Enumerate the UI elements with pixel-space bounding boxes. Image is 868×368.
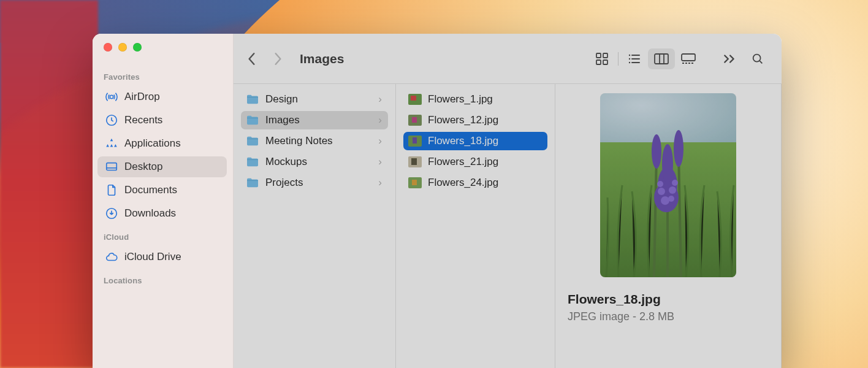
svg-rect-5 — [603, 53, 607, 58]
sidebar-item-recents[interactable]: Recents — [97, 110, 227, 131]
svg-point-35 — [658, 188, 665, 195]
preview-subtitle: JPEG image - 2.8 MB — [568, 310, 674, 323]
folder-label: Mockups — [265, 156, 307, 168]
svg-point-17 — [753, 54, 761, 61]
column-folders: Design › Images › Meeting Notes › — [234, 84, 396, 368]
close-button[interactable] — [104, 43, 112, 52]
toolbar: Images — [234, 34, 782, 84]
file-row[interactable]: Flowers_21.jpg — [403, 153, 547, 171]
documents-icon — [105, 183, 118, 197]
chevron-right-icon: › — [378, 114, 382, 126]
svg-rect-14 — [685, 63, 687, 64]
svg-point-10 — [629, 61, 630, 63]
sidebar-item-label: AirDrop — [124, 91, 160, 103]
main-area: Images — [234, 34, 782, 368]
file-row[interactable]: Flowers_1.jpg — [403, 90, 547, 109]
svg-point-39 — [657, 181, 663, 187]
column-files: Flowers_1.jpg Flowers_12.jpg Flowers_18.… — [396, 84, 555, 368]
chevron-right-icon: › — [378, 177, 382, 189]
cloud-icon — [105, 250, 118, 264]
sidebar-item-desktop[interactable]: Desktop — [97, 156, 227, 177]
folder-icon — [246, 94, 259, 105]
svg-point-9 — [629, 58, 630, 59]
view-gallery-button[interactable] — [675, 48, 702, 69]
window-controls — [93, 43, 233, 65]
svg-point-38 — [668, 196, 674, 202]
minimize-button[interactable] — [118, 43, 127, 52]
sidebar-section-locations: Locations — [93, 269, 233, 289]
toolbar-overflow-button[interactable] — [723, 54, 736, 64]
file-row[interactable]: Flowers_24.jpg — [403, 174, 547, 192]
file-label: Flowers_12.jpg — [428, 114, 498, 126]
svg-rect-16 — [691, 63, 693, 64]
view-list-button[interactable] — [621, 48, 648, 69]
sidebar-section-icloud: iCloud — [93, 225, 233, 245]
file-row[interactable]: Flowers_12.jpg — [403, 111, 547, 129]
window-title: Images — [300, 52, 344, 66]
forward-button[interactable] — [268, 49, 287, 69]
svg-point-37 — [661, 196, 669, 205]
svg-point-32 — [652, 134, 661, 169]
svg-rect-12 — [682, 54, 695, 61]
finder-window: Favorites AirDrop Recents Applications — [93, 34, 782, 368]
svg-rect-4 — [596, 53, 601, 58]
file-label: Flowers_1.jpg — [428, 93, 493, 105]
svg-rect-27 — [412, 180, 417, 185]
folder-row[interactable]: Design › — [241, 90, 388, 109]
sidebar-item-documents[interactable]: Documents — [97, 180, 227, 201]
svg-rect-21 — [412, 117, 417, 123]
chevron-right-icon: › — [378, 156, 382, 168]
svg-rect-19 — [411, 96, 416, 101]
sidebar-item-downloads[interactable]: Downloads — [97, 203, 227, 224]
search-button[interactable] — [751, 52, 764, 66]
file-row[interactable]: Flowers_18.jpg — [403, 132, 547, 150]
file-label: Flowers_21.jpg — [428, 156, 498, 168]
sidebar-item-applications[interactable]: Applications — [97, 133, 227, 154]
folder-icon — [246, 115, 259, 126]
image-thumb-icon — [408, 156, 422, 167]
image-thumb-icon — [408, 136, 422, 147]
back-button[interactable] — [242, 49, 262, 69]
view-mode-group — [588, 48, 702, 69]
folder-label: Images — [265, 114, 300, 126]
folder-row[interactable]: Projects › — [241, 174, 388, 192]
image-thumb-icon — [408, 177, 422, 188]
column-preview: Flowers_18.jpg JPEG image - 2.8 MB — [555, 84, 782, 368]
svg-rect-6 — [596, 60, 601, 64]
svg-rect-15 — [688, 63, 690, 64]
folder-icon — [246, 177, 259, 188]
clock-icon — [105, 113, 118, 127]
sidebar-item-airdrop[interactable]: AirDrop — [97, 86, 227, 107]
sidebar-item-label: iCloud Drive — [124, 251, 181, 263]
image-thumb-icon — [408, 94, 422, 105]
sidebar-item-label: Recents — [124, 114, 162, 126]
folder-row[interactable]: Images › — [241, 111, 388, 129]
view-icon-button[interactable] — [588, 48, 615, 69]
svg-rect-13 — [682, 63, 684, 64]
sidebar-item-label: Applications — [124, 137, 181, 150]
fullscreen-button[interactable] — [133, 43, 142, 52]
preview-image[interactable] — [600, 93, 736, 277]
image-thumb-icon — [408, 115, 422, 126]
svg-point-40 — [672, 180, 678, 186]
svg-point-36 — [669, 186, 676, 194]
preview-filename: Flowers_18.jpg — [568, 292, 661, 307]
chevron-right-icon: › — [378, 93, 382, 105]
svg-rect-11 — [655, 54, 668, 64]
folder-icon — [246, 156, 259, 167]
sidebar-item-label: Downloads — [124, 207, 176, 220]
view-columns-button[interactable] — [648, 48, 675, 69]
sidebar-item-icloud-drive[interactable]: iCloud Drive — [97, 247, 227, 267]
folder-icon — [246, 136, 259, 147]
applications-icon — [105, 137, 118, 150]
airdrop-icon — [105, 90, 118, 104]
divider — [618, 52, 619, 66]
folder-row[interactable]: Meeting Notes › — [241, 132, 388, 150]
folder-row[interactable]: Mockups › — [241, 153, 388, 171]
downloads-icon — [105, 207, 118, 220]
sidebar-item-label: Desktop — [124, 161, 162, 173]
svg-rect-7 — [603, 60, 607, 64]
file-label: Flowers_18.jpg — [428, 135, 498, 147]
file-label: Flowers_24.jpg — [428, 177, 498, 189]
chevron-right-icon: › — [378, 135, 382, 147]
